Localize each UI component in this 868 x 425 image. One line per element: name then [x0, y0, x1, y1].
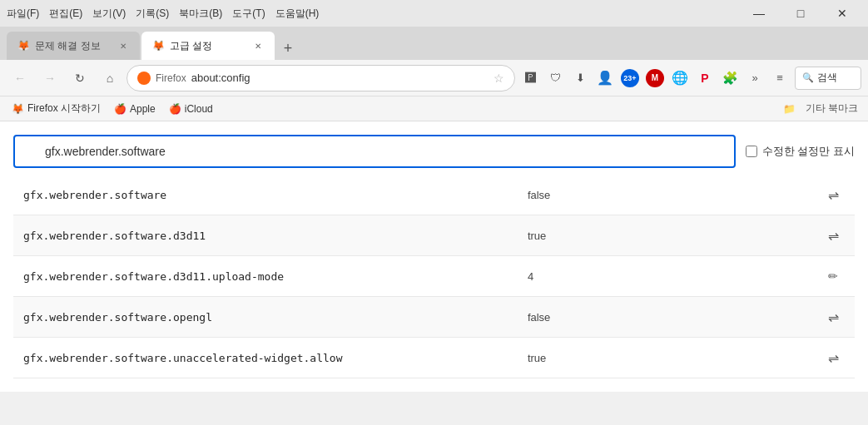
tab-close-1[interactable]: ✕	[117, 39, 130, 52]
home-button[interactable]: ⌂	[97, 65, 123, 91]
menu-edit[interactable]: 편집(E)	[49, 7, 82, 21]
new-tab-button[interactable]: +	[276, 37, 300, 60]
page-content: 🔍 수정한 설정만 표시 gfx.webrender.software fals…	[0, 121, 868, 392]
table-row: gfx.webrender.software.d3d11 true ⇌	[13, 215, 855, 256]
config-value-5: true	[518, 338, 811, 378]
bookmark-firefox-icon: 🦊	[12, 103, 24, 115]
close-button[interactable]: ✕	[823, 0, 861, 27]
bookmark-apple[interactable]: 🍎 Apple	[109, 101, 161, 116]
config-key-2: gfx.webrender.software.d3d11	[13, 215, 518, 256]
table-row: gfx.webrender.software.d3d11.upload-mode…	[13, 256, 855, 297]
config-value-3: 4	[518, 256, 811, 297]
toggle-button-4[interactable]: ⇌	[821, 305, 845, 329]
config-value-4: false	[518, 297, 811, 338]
tab-advanced-settings[interactable]: 🦊 고급 설정 ✕	[141, 32, 275, 60]
modified-only-text: 수정한 설정만 표시	[762, 144, 855, 159]
shield-icon[interactable]: 🛡	[543, 67, 567, 90]
bookmark-icloud-label: iCloud	[185, 103, 213, 115]
other-bookmarks-icon: 📁	[780, 101, 799, 116]
download-icon[interactable]: ⬇	[568, 67, 592, 90]
table-row: gfx.webrender.software false ⇌	[13, 175, 855, 215]
bookmark-firefox-label: Firefox 시작하기	[27, 101, 101, 116]
tab-problem-info[interactable]: 🦊 문제 해결 정보 ✕	[7, 32, 140, 60]
overflow-icon[interactable]: »	[743, 67, 766, 90]
menu-file[interactable]: 파일(F)	[7, 7, 39, 21]
minimize-button[interactable]: —	[740, 0, 778, 27]
modified-only-label[interactable]: 수정한 설정만 표시	[746, 144, 855, 159]
bookmark-icloud[interactable]: 🍎 iCloud	[164, 101, 218, 116]
titlebar-menu: 파일(F) 편집(E) 보기(V) 기록(S) 북마크(B) 도구(T) 도움말…	[7, 7, 740, 21]
address-text: about:config	[191, 72, 489, 84]
maximize-button[interactable]: □	[781, 0, 820, 27]
bookmarks-right: 📁 기타 북마크	[780, 100, 861, 117]
profile-icon[interactable]: 👤	[593, 67, 617, 90]
menu-help[interactable]: 도움말(H)	[275, 7, 320, 21]
search-box[interactable]: 🔍 검색	[795, 67, 861, 90]
tabbar: 🦊 문제 해결 정보 ✕ 🦊 고급 설정 ✕ +	[0, 27, 868, 60]
tab-favicon-2: 🦊	[151, 39, 165, 52]
toggle-button-1[interactable]: ⇌	[821, 183, 845, 206]
firefox-label: Firefox	[156, 72, 186, 84]
toolbar-icons: 🅿 🛡 ⬇ 👤 23+ M 🌐 P 🧩 » ≡	[518, 67, 791, 90]
tab-label-2: 고급 설정	[170, 39, 212, 53]
navbar: ← → ↻ ⌂ Firefox about:config ☆ 🅿 🛡 ⬇ 👤 2…	[0, 60, 868, 96]
toggle-button-5[interactable]: ⇌	[821, 346, 845, 369]
profile-avatar: 👤	[597, 70, 613, 86]
titlebar-controls: — □ ✕	[740, 0, 861, 27]
menu-icon[interactable]: ≡	[768, 67, 791, 90]
bookmark-apple-icon: 🍎	[114, 103, 126, 115]
config-key-5: gfx.webrender.software.unaccelerated-wid…	[13, 338, 518, 378]
menu-history[interactable]: 기록(S)	[136, 7, 169, 21]
star-icon[interactable]: ☆	[494, 72, 504, 85]
counter-avatar: 23+	[621, 69, 639, 87]
bookmark-apple-label: Apple	[130, 103, 156, 115]
back-button[interactable]: ←	[7, 65, 33, 91]
tab-favicon-1: 🦊	[17, 39, 30, 52]
edit-button-3[interactable]: ✏	[821, 264, 845, 288]
pocket-icon[interactable]: 🅿	[518, 67, 542, 90]
search-icon: 🔍	[802, 72, 814, 83]
pinterest-icon[interactable]: P	[693, 67, 717, 90]
table-row: gfx.webrender.software.unaccelerated-wid…	[13, 338, 855, 378]
bookmarks-bar: 🦊 Firefox 시작하기 🍎 Apple 🍎 iCloud 📁 기타 북마크	[0, 96, 868, 121]
config-value-2: true	[518, 215, 811, 256]
tab-label-1: 문제 해결 정보	[35, 39, 101, 53]
config-key-4: gfx.webrender.software.opengl	[13, 297, 518, 338]
firefox-icon	[137, 72, 151, 85]
bookmark-icloud-icon: 🍎	[169, 103, 181, 115]
config-search-area: 🔍 수정한 설정만 표시	[13, 135, 855, 168]
config-value-1: false	[518, 175, 811, 215]
globe-icon[interactable]: 🌐	[668, 67, 692, 90]
counter-badge[interactable]: 23+	[618, 67, 642, 90]
config-key-3: gfx.webrender.software.d3d11.upload-mode	[13, 256, 518, 297]
extension-icon[interactable]: 🧩	[718, 67, 742, 90]
config-table: gfx.webrender.software false ⇌ gfx.webre…	[13, 175, 855, 378]
other-bookmarks-label[interactable]: 기타 북마크	[802, 100, 861, 117]
config-key-1: gfx.webrender.software	[13, 175, 518, 215]
config-search-wrapper: 🔍	[13, 135, 736, 168]
table-row: gfx.webrender.software.opengl false ⇌	[13, 297, 855, 338]
search-label: 검색	[817, 71, 837, 85]
menu-tools[interactable]: 도구(T)	[232, 7, 265, 21]
menu-bookmarks[interactable]: 북마크(B)	[179, 7, 222, 21]
config-search-input[interactable]	[13, 135, 736, 168]
gmail-icon[interactable]: M	[643, 67, 667, 90]
modified-only-checkbox[interactable]	[746, 146, 757, 157]
menu-view[interactable]: 보기(V)	[92, 7, 126, 21]
forward-button[interactable]: →	[37, 65, 63, 91]
toggle-button-2[interactable]: ⇌	[821, 224, 845, 247]
gmail-avatar: M	[646, 69, 664, 87]
tab-close-2[interactable]: ✕	[251, 39, 265, 52]
address-bar[interactable]: Firefox about:config ☆	[126, 65, 515, 91]
reload-button[interactable]: ↻	[67, 65, 93, 91]
titlebar: 파일(F) 편집(E) 보기(V) 기록(S) 북마크(B) 도구(T) 도움말…	[0, 0, 868, 27]
bookmark-firefox-start[interactable]: 🦊 Firefox 시작하기	[7, 100, 106, 117]
